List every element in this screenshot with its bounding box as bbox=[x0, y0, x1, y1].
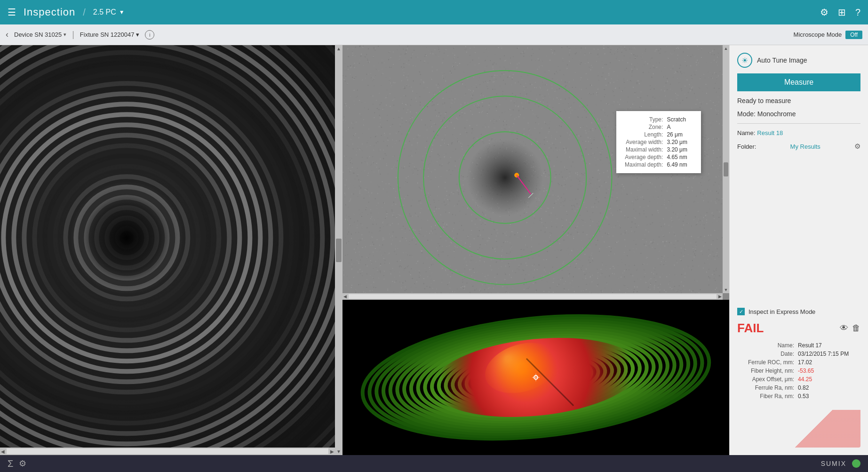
auto-tune-row: ☀ Auto Tune Image bbox=[737, 53, 860, 68]
folder-label: Folder: bbox=[737, 143, 756, 150]
folder-value[interactable]: My Results bbox=[790, 143, 820, 150]
length-label: Length: bbox=[623, 131, 665, 138]
express-mode-label: Inspect in Express Mode bbox=[749, 308, 815, 315]
result-name-value: Result 17 bbox=[796, 341, 860, 350]
name-value[interactable]: Result 18 bbox=[757, 129, 783, 136]
avg-depth-label: Average depth: bbox=[623, 153, 665, 161]
main-area: ▲ ▼ ◀ ▶ Type: Scratch Zone: bbox=[0, 45, 868, 455]
express-mode-checkbox[interactable]: ✓ bbox=[737, 308, 745, 315]
right-area: Type: Scratch Zone: A Length: 26 μm Aver… bbox=[342, 45, 729, 455]
header-divider: / bbox=[83, 7, 86, 18]
surface-3d-panel bbox=[342, 300, 729, 455]
max-depth-value: 6.49 nm bbox=[665, 161, 689, 168]
interferogram-canvas[interactable] bbox=[0, 45, 342, 455]
ferrule-roc-label: Ferrule ROC, mm: bbox=[737, 358, 796, 367]
zone-value: A bbox=[665, 123, 689, 131]
ferrule-ra-label: Ferrule Ra, nm: bbox=[737, 384, 796, 392]
avg-width-value: 3.20 μm bbox=[665, 138, 689, 146]
device-label-text: Device SN 31025 bbox=[14, 31, 62, 38]
avg-width-label: Average width: bbox=[623, 138, 665, 146]
mode-text: Mode: Monochrome bbox=[737, 110, 860, 118]
grid-icon[interactable]: ⊞ bbox=[838, 7, 846, 18]
fail-icons: 👁 🗑 bbox=[840, 323, 860, 333]
max-width-label: Maximal width: bbox=[623, 146, 665, 153]
device-selector[interactable]: Device SN 31025 ▾ bbox=[14, 31, 66, 38]
result-name-label: Name: bbox=[737, 341, 796, 350]
max-width-value: 3.20 μm bbox=[665, 146, 689, 153]
measure-button[interactable]: Measure bbox=[737, 73, 860, 91]
eye-icon[interactable]: 👁 bbox=[840, 323, 848, 333]
toolbar-sep: | bbox=[72, 30, 74, 40]
result-date-value: 03/12/2015 7:15 PM bbox=[796, 350, 860, 358]
profile-selector[interactable]: 2.5 PC ▼ bbox=[93, 8, 125, 16]
fiber-height-label: Fiber Height, nm: bbox=[737, 367, 796, 375]
scroll-h-left[interactable]: ◀ ▶ bbox=[0, 448, 335, 455]
sumix-status-dot bbox=[852, 459, 860, 468]
microscope-mode-control: Microscope Mode Off bbox=[794, 31, 862, 39]
fixture-selector[interactable]: Fixture SN 1220047 ▾ bbox=[80, 31, 140, 38]
fail-label: FAIL bbox=[737, 321, 764, 336]
fiber-ra-value: 0.53 bbox=[796, 392, 860, 400]
header-actions: ⚙ ⊞ ? bbox=[820, 7, 860, 18]
mode-value: Monochrome bbox=[757, 110, 796, 118]
status-text: Ready to measure bbox=[737, 97, 860, 104]
microscope-mode-toggle[interactable]: Off bbox=[845, 31, 862, 39]
microscope-mode-label: Microscope Mode bbox=[794, 31, 842, 38]
back-button[interactable]: ‹ bbox=[6, 30, 8, 40]
name-row: Name: Result 18 bbox=[737, 129, 860, 136]
sidebar: ☀ Auto Tune Image Measure Ready to measu… bbox=[729, 45, 868, 455]
mode-label: Mode: bbox=[737, 110, 756, 118]
name-label: Name: bbox=[737, 129, 755, 136]
folder-row: Folder: My Results ⚙ bbox=[737, 142, 860, 151]
settings-bottom-icon[interactable]: ⚙ bbox=[19, 458, 26, 469]
type-label: Type: bbox=[623, 116, 665, 123]
express-mode-row: ✓ Inspect in Express Mode bbox=[737, 308, 860, 315]
fixture-arrow: ▾ bbox=[136, 31, 139, 38]
ferrule-roc-value: 17.02 bbox=[796, 358, 860, 367]
result-details: Name: Result 17 Date: 03/12/2015 7:15 PM… bbox=[737, 341, 860, 400]
zone-label: Zone: bbox=[623, 123, 665, 131]
fiber-ra-label: Fiber Ra, nm: bbox=[737, 392, 796, 400]
auto-tune-label: Auto Tune Image bbox=[757, 56, 807, 64]
ferrule-ra-value: 0.82 bbox=[796, 384, 860, 392]
scroll-h-upper[interactable]: ◀ ▶ bbox=[342, 293, 723, 300]
device-arrow: ▾ bbox=[64, 32, 66, 38]
info-button[interactable]: i bbox=[145, 30, 154, 40]
apex-offset-value: 44.25 bbox=[796, 375, 860, 384]
scroll-v-left[interactable]: ▲ ▼ bbox=[335, 45, 342, 455]
fail-header: FAIL 👁 🗑 bbox=[737, 321, 860, 336]
folder-gear-icon[interactable]: ⚙ bbox=[854, 142, 860, 151]
max-depth-label: Maximal depth: bbox=[623, 161, 665, 168]
profile-arrow: ▼ bbox=[119, 9, 125, 16]
header: ☰ Inspection / 2.5 PC ▼ ⚙ ⊞ ? bbox=[0, 0, 868, 24]
type-value: Scratch bbox=[665, 116, 689, 123]
fiber-height-value: -53.65 bbox=[796, 367, 860, 375]
trash-icon[interactable]: 🗑 bbox=[852, 323, 860, 333]
settings-icon[interactable]: ⚙ bbox=[820, 7, 828, 18]
length-value: 26 μm bbox=[665, 131, 689, 138]
result-date-label: Date: bbox=[737, 350, 796, 358]
sumix-label: SUMIX bbox=[821, 460, 846, 467]
fail-decoration bbox=[737, 410, 860, 448]
microscope-view-panel: Type: Scratch Zone: A Length: 26 μm Aver… bbox=[342, 45, 729, 300]
app-title: Inspection bbox=[24, 6, 75, 18]
sigma-icon[interactable]: Σ bbox=[8, 458, 13, 469]
cursor-indicator bbox=[534, 375, 538, 380]
interferogram-panel: ▲ ▼ ◀ ▶ bbox=[0, 45, 342, 455]
profile-label: 2.5 PC bbox=[93, 8, 116, 16]
sidebar-divider-1 bbox=[737, 123, 860, 124]
defect-tooltip: Type: Scratch Zone: A Length: 26 μm Aver… bbox=[616, 111, 701, 173]
help-icon[interactable]: ? bbox=[855, 7, 860, 18]
toolbar: ‹ Device SN 31025 ▾ | Fixture SN 1220047… bbox=[0, 24, 868, 45]
scroll-v-upper[interactable]: ▲ ▼ bbox=[723, 45, 729, 293]
avg-depth-value: 4.65 nm bbox=[665, 153, 689, 161]
auto-tune-icon[interactable]: ☀ bbox=[737, 53, 752, 68]
menu-icon[interactable]: ☰ bbox=[8, 7, 16, 18]
fixture-label-text: Fixture SN 1220047 bbox=[80, 31, 135, 38]
apex-offset-label: Apex Offset, μm: bbox=[737, 375, 796, 384]
bottom-bar: Σ ⚙ SUMIX bbox=[0, 455, 868, 472]
